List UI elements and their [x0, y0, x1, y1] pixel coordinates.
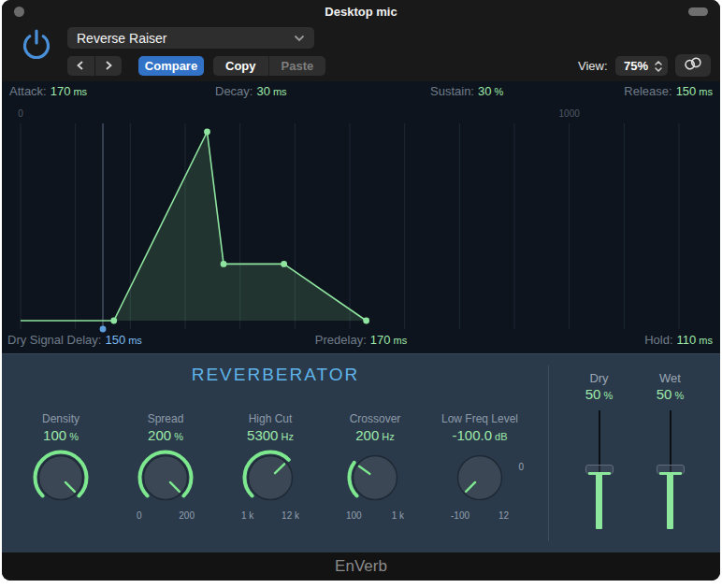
paste-button[interactable]: Paste [269, 56, 326, 76]
plugin-window: Desktop mic Reverse Raiser [2, 0, 720, 581]
slider-handle-mark [659, 472, 682, 476]
knob-dial[interactable] [239, 447, 301, 509]
preset-nav [67, 56, 122, 76]
copy-paste-group: Copy Paste [213, 56, 325, 76]
low-freq-level-knob[interactable]: Low Freq Level -100.0dB 0 -10012 [427, 412, 532, 522]
knob-dial[interactable] [30, 447, 92, 509]
dry-slider[interactable]: Dry 50% [572, 371, 627, 532]
link-icon [682, 56, 704, 75]
slider-handle-mark [588, 472, 611, 476]
chevron-left-icon [75, 58, 86, 75]
knob-dial[interactable] [344, 447, 406, 509]
envelope-bottom-row: Dry Signal Delay:150ms Predelay:170ms Ho… [2, 333, 720, 351]
power-icon[interactable] [18, 25, 55, 68]
envelope-chart[interactable]: 01000 [2, 103, 720, 335]
plugin-name: EnVerb [2, 552, 720, 581]
hold-param[interactable]: Hold:110ms [644, 333, 713, 347]
window-minimize-icon[interactable] [688, 7, 708, 16]
predelay-param[interactable]: Predelay:170ms [315, 333, 407, 347]
zero-mark-label: 0 [518, 462, 524, 472]
low-freq-level-value[interactable]: -100.0dB [452, 427, 507, 446]
view-zoom-select[interactable]: 75% [615, 56, 668, 76]
compare-button[interactable]: Compare [138, 56, 204, 76]
density-value[interactable]: 100% [43, 427, 79, 446]
view-label: View: [578, 59, 608, 73]
high-cut-value[interactable]: 5300Hz [247, 427, 294, 446]
spread-knob[interactable]: Spread 200% 0200 [113, 412, 218, 522]
knob-row: Density 100% Spread 200% 0200 High Cut 5… [8, 412, 532, 522]
knob-dial[interactable] [449, 447, 511, 509]
link-button[interactable] [675, 54, 711, 77]
density-knob[interactable]: Density 100% [8, 412, 113, 522]
preset-name: Reverse Raiser [77, 31, 166, 46]
spread-value[interactable]: 200% [148, 427, 183, 446]
wet-value[interactable]: 50% [657, 386, 684, 405]
svg-text:1000: 1000 [559, 108, 581, 119]
envelope-param-row: Attack:170ms Decay:30ms Sustain:30% Rele… [2, 84, 720, 103]
dry-wet-sliders: Dry 50% Wet 50% [549, 354, 720, 532]
envelope-section: Attack:170ms Decay:30ms Sustain:30% Rele… [2, 81, 720, 353]
copy-button[interactable]: Copy [213, 56, 269, 76]
reverberator-title: REVERBERATOR [2, 365, 549, 385]
dry-signal-delay-param[interactable]: Dry Signal Delay:150ms [7, 333, 142, 347]
svg-text:0: 0 [18, 108, 23, 119]
crossover-knob[interactable]: Crossover 200Hz 1001 k [323, 412, 427, 522]
dry-value[interactable]: 50% [585, 386, 613, 405]
chevron-down-icon [294, 35, 305, 42]
titlebar: Desktop mic [2, 0, 720, 22]
crossover-value[interactable]: 200Hz [355, 427, 394, 446]
previous-preset-button[interactable] [67, 56, 95, 76]
zoom-value: 75% [624, 59, 648, 73]
stepper-up-down-icon [654, 59, 663, 74]
wet-slider[interactable]: Wet 50% [643, 371, 698, 532]
slider-fill [667, 474, 673, 530]
page: Desktop mic Reverse Raiser [0, 0, 722, 588]
high-cut-knob[interactable]: High Cut 5300Hz 1 k12 k [218, 412, 323, 522]
next-preset-button[interactable] [95, 56, 123, 76]
reverberator-section: REVERBERATOR Density 100% Spread 200% 02… [2, 353, 720, 552]
attack-param[interactable]: Attack:170ms [9, 84, 87, 98]
window-title: Desktop mic [2, 0, 720, 22]
knob-dial[interactable] [135, 447, 196, 509]
decay-param[interactable]: Decay:30ms [215, 84, 287, 98]
slider-fill [596, 474, 602, 530]
preset-dropdown[interactable]: Reverse Raiser [67, 27, 314, 49]
sustain-param[interactable]: Sustain:30% [430, 84, 503, 98]
release-param[interactable]: Release:150ms [624, 84, 713, 98]
header: Reverse Raiser Compare [2, 22, 720, 81]
chevron-right-icon [103, 58, 114, 75]
